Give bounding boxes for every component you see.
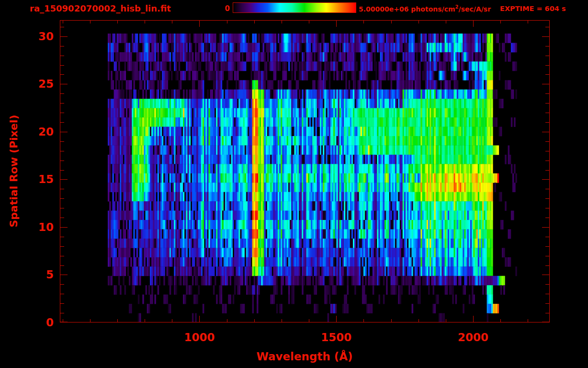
x-tick-label: 1500 — [303, 331, 370, 344]
y-axis-title: Spatial Row (Pixel) — [8, 115, 20, 227]
spectral-image-canvas — [60, 20, 550, 322]
colorbar-min-label: 0 — [210, 4, 230, 13]
x-axis-title: Wavelength (Å) — [247, 350, 362, 363]
y-tick-label: 20 — [19, 126, 54, 138]
y-tick-label: 10 — [19, 221, 54, 233]
colorbar-max-label: 5.00000e+06 photons/cm2/sec/A/sr — [359, 4, 491, 13]
superscript-2: 2 — [455, 4, 459, 10]
file-title: ra_150902070002_hisb_lin.fit — [30, 3, 171, 13]
y-tick-label: 25 — [19, 78, 54, 90]
spectral-viewer: ra_150902070002_hisb_lin.fit 0 5.00000e+… — [0, 0, 588, 368]
y-tick-label: 30 — [19, 30, 54, 43]
colorbar-max-units: /sec/A/sr — [459, 5, 491, 13]
colorbar — [233, 2, 356, 13]
y-tick-label: 5 — [19, 268, 54, 281]
colorbar-max-value: 5.00000e+06 photons/cm — [359, 5, 455, 13]
x-tick-label: 2000 — [440, 331, 507, 344]
x-tick-label: 1000 — [166, 331, 233, 344]
y-tick-label: 0 — [19, 316, 54, 329]
exptime-label: EXPTIME = 604 s — [500, 5, 566, 12]
y-tick-label: 15 — [19, 173, 54, 185]
